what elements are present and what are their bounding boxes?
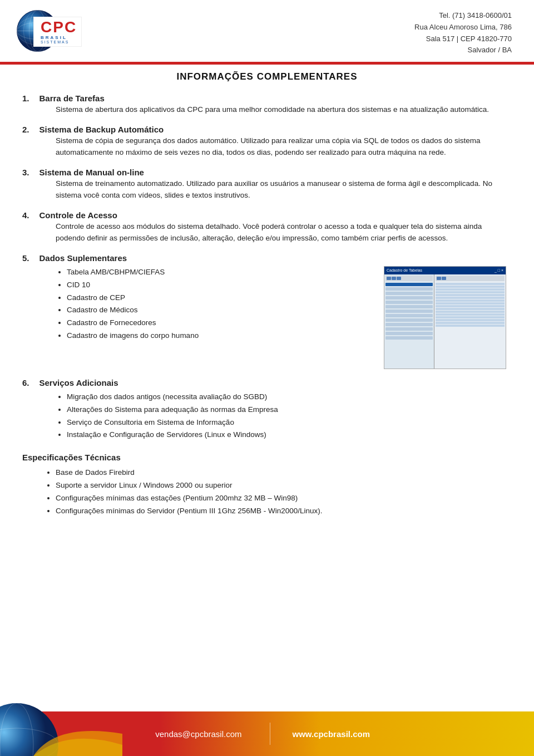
- ss-small-row: [436, 300, 505, 302]
- section-6-body: Migração dos dados antigos (necessita av…: [56, 391, 506, 442]
- ss-btn: [387, 277, 391, 280]
- footer-right: www.cpcbrasil.com: [281, 729, 535, 739]
- ss-row: [385, 314, 433, 317]
- ss-small-row: [436, 297, 505, 299]
- list-item: Instalação e Configuração de Servidores …: [67, 429, 506, 441]
- ss-row: [385, 310, 433, 313]
- ss-btn: [397, 277, 401, 280]
- footer: vendas@cpcbrasil.com www.cpcbrasil.com: [0, 711, 534, 756]
- section-4-number: 4.: [22, 210, 29, 220]
- section-3-title: Sistema de Manual on-line: [39, 168, 144, 177]
- list-item: Configurações mínimas das estações (Pent…: [56, 492, 506, 505]
- ss-btn: [392, 277, 396, 280]
- section-5-number: 5.: [22, 253, 29, 263]
- contact-phone: Tel. (71) 3418-0600/01: [414, 10, 512, 22]
- section-5: 5. Dados Suplementares Tabela AMB/CBHPM/…: [22, 253, 506, 369]
- screenshot-right-panel: [434, 274, 506, 369]
- ss-small-row: [436, 313, 505, 316]
- section-2-title: Sistema de Backup Automático: [39, 125, 164, 134]
- screenshot-left-panel: [384, 274, 434, 369]
- especificacoes-title: Especificações Técnicas: [22, 453, 506, 462]
- ss-row: [385, 305, 433, 308]
- ss-small-row: [436, 294, 505, 296]
- section-4: 4. Controle de Acesso Controle de acesso…: [22, 210, 506, 244]
- section-4-body: Controle de acesso aos módulos do sistem…: [56, 221, 506, 244]
- list-item: Configurações mínimas do Servidor (Penti…: [56, 505, 506, 518]
- section-2-number: 2.: [22, 125, 29, 134]
- main-content: 1. Barra de Tarefas Sistema de abertura …: [0, 88, 534, 538]
- especificacoes-list: Base de Dados Firebird Suporte a servido…: [56, 467, 506, 518]
- list-item: Cadastro de Médicos: [67, 304, 373, 317]
- list-item: Serviço de Consultoria em Sistema de Inf…: [67, 416, 506, 429]
- especificacoes-section: Especificações Técnicas Base de Dados Fi…: [22, 453, 506, 518]
- ss-btn: [437, 277, 441, 280]
- ss-small-row: [436, 325, 505, 327]
- ss-small-row: [436, 316, 505, 318]
- especificacoes-body: Base de Dados Firebird Suporte a servido…: [44, 467, 506, 518]
- ss-small-row: [436, 302, 505, 305]
- list-item: Migração dos dados antigos (necessita av…: [67, 391, 506, 404]
- section-5-title: Dados Suplementares: [39, 253, 127, 263]
- footer-website: www.cpcbrasil.com: [293, 729, 370, 739]
- ss-toolbar-right: [436, 276, 505, 281]
- list-item: Tabela AMB/CBHPM/CIEFAS: [67, 266, 373, 279]
- list-item: Suporte a servidor Linux / Windows 2000 …: [56, 479, 506, 492]
- list-item: Base de Dados Firebird: [56, 467, 506, 479]
- contact-address2: Sala 517 | CEP 41820-770: [414, 33, 512, 45]
- ss-row: [385, 318, 433, 322]
- screenshot-inner: [384, 274, 506, 369]
- list-item: Cadastro de CEP: [67, 292, 373, 305]
- ss-small-row: [436, 319, 505, 321]
- list-item: Alterações do Sistema para adequação às …: [67, 404, 506, 416]
- ss-row: [385, 301, 433, 304]
- contact-address1: Rua Alceu Amoroso Lima, 786: [414, 22, 512, 33]
- section-6-list: Migração dos dados antigos (necessita av…: [67, 391, 506, 442]
- footer-swoosh-icon: [33, 711, 122, 756]
- ss-row: [385, 296, 433, 300]
- section-1-title: Barra de Tarefas: [39, 94, 105, 103]
- ss-small-row: [436, 286, 505, 288]
- ss-small-row: [436, 322, 505, 324]
- section-1-number: 1.: [22, 94, 29, 103]
- ss-row: [385, 323, 433, 326]
- section-1: 1. Barra de Tarefas Sistema de abertura …: [22, 94, 506, 116]
- ss-small-row: [436, 305, 505, 307]
- ss-small-row: [436, 291, 505, 293]
- list-item: Cadastro de Fornecedores: [67, 317, 373, 330]
- section-2-body: Sistema de cópia de segurança dos dados …: [56, 135, 506, 159]
- ss-small-row: [436, 283, 505, 285]
- ss-small-row: [436, 311, 505, 313]
- ss-row-highlight: [385, 283, 433, 286]
- ss-row: [385, 332, 433, 335]
- ss-small-row: [436, 288, 505, 291]
- section-5-list: Tabela AMB/CBHPM/CIEFAS CID 10 Cadastro …: [67, 266, 373, 343]
- section-3-body: Sistema de treinamento automatizado. Uti…: [56, 178, 506, 202]
- header-stripe: [0, 62, 534, 65]
- page-title-area: Informações Complementares: [0, 67, 534, 88]
- ss-btn: [442, 277, 446, 280]
- ss-row: [385, 327, 433, 331]
- contact-info: Tel. (71) 3418-0600/01 Rua Alceu Amoroso…: [414, 10, 512, 56]
- section-6: 6. Serviços Adicionais Migração dos dado…: [22, 378, 506, 442]
- ss-row: [385, 292, 433, 295]
- list-item: CID 10: [67, 279, 373, 292]
- section-3-number: 3.: [22, 168, 29, 177]
- section-5-text: Tabela AMB/CBHPM/CIEFAS CID 10 Cadastro …: [22, 266, 373, 343]
- footer-email: vendas@cpcbrasil.com: [155, 729, 241, 739]
- ss-row: [385, 336, 433, 340]
- logo-badge: CPC BRASIL SISTEMAS: [33, 17, 82, 47]
- header: CPC BRASIL SISTEMAS Tel. (71) 3418-0600/…: [0, 0, 534, 62]
- section-3: 3. Sistema de Manual on-line Sistema de …: [22, 168, 506, 202]
- section-6-title: Serviços Adicionais: [39, 378, 118, 387]
- ss-row: [385, 287, 433, 291]
- ss-toolbar: [385, 276, 433, 281]
- contact-address3: Salvador / BA: [414, 45, 512, 56]
- page-title: Informações Complementares: [22, 71, 512, 82]
- logo-sistemas-text: SISTEMAS: [41, 40, 77, 44]
- section-4-title: Controle de Acesso: [39, 210, 117, 220]
- logo-brasil-text: BRASIL: [41, 35, 77, 40]
- section-6-number: 6.: [22, 378, 29, 387]
- section-1-body: Sistema de abertura dos aplicativos da C…: [56, 104, 506, 116]
- ss-small-row: [436, 308, 505, 310]
- screenshot-titlebar: Cadastro de Tabelas _ □ ×: [384, 267, 506, 274]
